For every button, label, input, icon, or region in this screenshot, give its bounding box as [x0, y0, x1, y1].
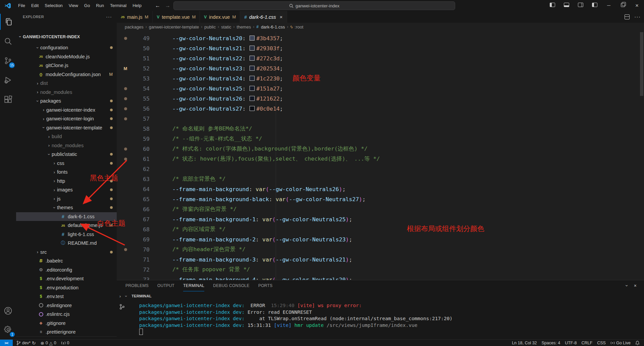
panel-maximize-icon[interactable]: ‹ — [624, 285, 629, 287]
breadcrumb-item[interactable]: packages — [125, 24, 144, 30]
code-line-49[interactable]: 49 --gw-color-Neutrals20: #3b4357; — [117, 33, 644, 43]
restore-button[interactable] — [616, 0, 630, 11]
menu-item-selection[interactable]: Selection — [42, 0, 65, 11]
color-swatch[interactable] — [250, 86, 255, 91]
breadcrumb-item[interactable]: static — [221, 24, 231, 30]
toggle-secondary-sidebar-icon[interactable] — [574, 0, 588, 11]
tree-file--editorconfig[interactable]: ⚙.editorconfig — [16, 266, 117, 275]
menu-item-run[interactable]: Run — [93, 0, 107, 11]
breadcrumb-symbol[interactable]: :root — [294, 24, 303, 30]
tree-folder-src[interactable]: ›src — [16, 248, 117, 257]
activity-explorer-icon[interactable] — [0, 14, 17, 30]
code-line-51[interactable]: 51 --gw-color-Neutrals22: #272c3d; — [117, 53, 644, 63]
menu-item-edit[interactable]: Edit — [28, 0, 42, 11]
terminal-output[interactable]: packages/ganwei-iotcenter-index dev: ERR… — [139, 302, 641, 336]
tree-folder-node-modules[interactable]: ›node_modules — [16, 141, 117, 150]
tree-folder-node-modules[interactable]: ›node_modules — [16, 88, 117, 97]
tree-folder-themes[interactable]: ›themes — [16, 203, 117, 212]
code-line-70[interactable]: 70 /* 内容header深色背景 */ — [117, 244, 644, 254]
toggle-sidebar-icon[interactable] — [545, 0, 559, 11]
code-line-61[interactable]: 61 /* 状态: hover(悬浮),focus(聚焦),select、 ch… — [117, 154, 644, 164]
code-line-71[interactable]: 71 --frame-main-background-3: var(--gw-c… — [117, 254, 644, 265]
tree-file--env-production[interactable]: $.env.production — [16, 283, 117, 292]
code-line-63[interactable]: 63 /* 底部主背景色 */ — [117, 174, 644, 184]
menu-item-terminal[interactable]: Terminal — [107, 0, 129, 11]
code-line-60[interactable]: 60 /* 样式名: color(字体颜色),background(背景色),b… — [117, 144, 644, 154]
menu-item-go[interactable]: Go — [81, 0, 93, 11]
color-swatch[interactable] — [250, 96, 255, 101]
tree-file--env-development[interactable]: $.env.development — [16, 274, 117, 283]
problems-item[interactable]: ⊗ 0 △ 0 — [38, 340, 59, 346]
panel-tab-terminal[interactable]: TERMINAL — [183, 280, 204, 291]
tree-folder-build[interactable]: ›build — [16, 132, 117, 141]
code-line-52[interactable]: M52 --gw-color-Neutrals23: #202534; — [117, 63, 644, 73]
breadcrumb-file[interactable]: dark-6-1.css — [261, 24, 285, 30]
code-line-69[interactable]: 69 --frame-main-background-2: var(--gw-c… — [117, 234, 644, 244]
code-line-54[interactable]: 54 --gw-color-Neutrals25: #151a27; — [117, 83, 644, 94]
tab-dark-6-1-css[interactable]: #dark-6-1.css× — [240, 11, 287, 23]
code-line-73[interactable]: 73 --frame-main-background-4: var(--gw-c… — [117, 275, 644, 280]
workspace-root-row[interactable]: › GANWEI-IOTCENTER-INDEX — [16, 32, 117, 41]
status-css[interactable]: CSS — [595, 340, 608, 346]
status-utf-8[interactable]: UTF-8 — [562, 340, 579, 346]
code-line-64[interactable]: 64 --frame-main-background: var(--gw-col… — [117, 184, 644, 194]
sidebar-more-actions-icon[interactable]: ··· — [106, 14, 112, 19]
panel-tab-ports[interactable]: PORTS — [258, 280, 273, 291]
status-spaces-4[interactable]: Spaces: 4 — [539, 340, 563, 346]
tree-file--eslintrc-cjs[interactable]: .eslintrc.cjs — [16, 310, 117, 319]
tree-folder-css[interactable]: ›css — [16, 159, 117, 168]
activity-extensions-icon[interactable] — [0, 92, 16, 108]
broadcast-item[interactable]: 0 — [59, 340, 72, 346]
code-line-58[interactable]: 58 /* 命名规则 参考BEM命名法*/ — [117, 124, 644, 134]
tree-file-moduleconfiguration-json[interactable]: {}moduleConfiguration.jsonM — [16, 70, 117, 79]
tree-folder-ganwei-iotcenter-index[interactable]: ›ganwei-iotcenter-index — [16, 106, 117, 115]
activity-search-icon[interactable] — [0, 33, 16, 49]
menu-item-help[interactable]: Help — [129, 0, 145, 11]
color-swatch[interactable] — [250, 66, 255, 71]
notifications-bell-icon[interactable] — [633, 340, 642, 346]
tree-folder-configuration[interactable]: ›configuration — [16, 43, 117, 52]
remote-indicator[interactable]: >< — [0, 340, 13, 346]
code-line-57[interactable]: 57 — [117, 114, 644, 124]
breadcrumb-item[interactable]: themes — [237, 24, 251, 30]
command-center-search[interactable]: ganwei-iotcenter-index — [173, 1, 455, 10]
code-line-55[interactable]: 55 --gw-color-Neutrals26: #121622; — [117, 94, 644, 104]
panel-tab-problems[interactable]: PROBLEMS — [125, 280, 149, 291]
breadcrumb-item[interactable]: public — [204, 24, 216, 30]
terminal-section-header[interactable]: › › TERMINAL — [119, 292, 152, 300]
editor-more-actions-icon[interactable]: ··· — [634, 14, 641, 20]
code-line-65[interactable]: 65 --frame-main-background-black: var(--… — [117, 194, 644, 204]
tab-template-vue[interactable]: Vtemplate.vueM — [153, 11, 200, 23]
breadcrumb-item[interactable]: ganwei-iotcenter-template — [149, 24, 199, 30]
code-line-53[interactable]: 53 --gw-color-Neutrals24: #1c2230; — [117, 73, 644, 83]
tree-file-gitclone-js[interactable]: JSgitClone.js — [16, 61, 117, 70]
color-swatch[interactable] — [250, 76, 255, 81]
timeline-section[interactable]: › TIMELINE — [16, 336, 117, 339]
tree-folder-packages[interactable]: ›packages — [16, 97, 117, 106]
tree-folder-js[interactable]: ›js — [16, 194, 117, 204]
code-line-50[interactable]: 50 --gw-color-Neutrals21: #29303f; — [117, 43, 644, 53]
status-crlf[interactable]: CRLF — [579, 340, 595, 346]
code-line-68[interactable]: 68 /* 内容区域背景 */ — [117, 224, 644, 234]
activity-run-debug-icon[interactable] — [0, 72, 16, 88]
tree-file--eslintignore[interactable]: .eslintignore — [16, 301, 117, 310]
minimize-button[interactable]: ─ — [602, 0, 616, 11]
menu-item-file[interactable]: File — [15, 0, 28, 11]
color-swatch[interactable] — [250, 106, 255, 111]
color-swatch[interactable] — [250, 46, 255, 51]
customize-layout-icon[interactable] — [588, 0, 602, 11]
tree-file-light-6-1-css[interactable]: #light-6-1.css — [16, 230, 117, 239]
panel-tab-output[interactable]: OUTPUT — [157, 280, 174, 291]
code-line-67[interactable]: 67 --frame-main-background-1: var(--gw-c… — [117, 214, 644, 224]
tree-folder-images[interactable]: ›images — [16, 185, 117, 194]
tree-folder-public-static[interactable]: ›public\static — [16, 150, 117, 159]
code-line-72[interactable]: 72 /* 任务库 popover 背景 */ — [117, 265, 644, 275]
close-button[interactable]: × — [630, 0, 644, 11]
tree-folder-ganwei-iotcenter-template[interactable]: ›ganwei-iotcenter-template — [16, 123, 117, 132]
tree-file--prettierignore[interactable]: ≡.prettierignore — [16, 328, 117, 337]
color-swatch[interactable] — [250, 56, 255, 61]
toggle-panel-icon[interactable] — [559, 0, 574, 11]
tree-file--gitignore[interactable]: ◆.gitignore — [16, 319, 117, 328]
breadcrumb[interactable]: packages›ganwei-iotcenter-template›publi… — [125, 23, 644, 31]
status-go-live[interactable]: Go Live — [608, 340, 633, 346]
